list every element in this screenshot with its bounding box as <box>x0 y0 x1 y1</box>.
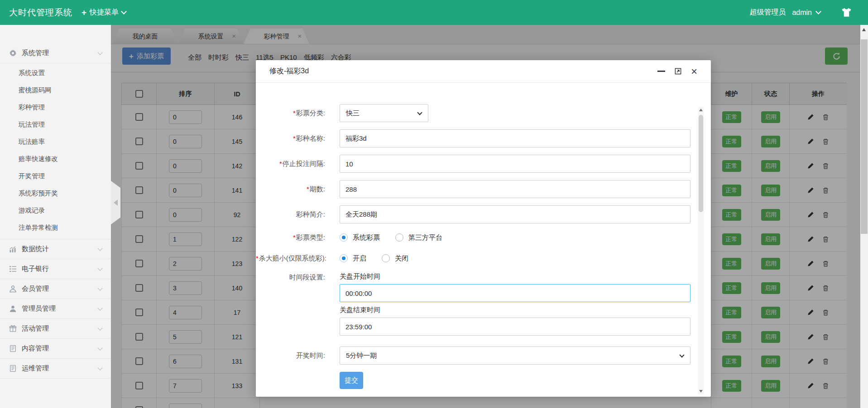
required-asterisk: * <box>293 134 296 142</box>
chart-icon <box>9 245 17 253</box>
quick-menu-button[interactable]: + 快捷菜单 <box>82 8 126 17</box>
sidebar-group-label: 活动管理 <box>22 324 49 333</box>
field-label-stop-interval: *停止投注间隔: <box>256 155 325 173</box>
chevron-down-icon <box>97 50 102 55</box>
required-asterisk: * <box>279 160 282 167</box>
required-asterisk: * <box>256 254 259 262</box>
edit-lottery-dialog: 修改-福彩3d × *彩票分类: 快三 *彩种名称: *停止投注间隔: <box>256 60 711 397</box>
draw-time-select-value: 5分钟一期 <box>346 351 377 360</box>
sidebar-group[interactable]: 运维管理 <box>0 359 111 379</box>
sidebar-group[interactable]: 活动管理 <box>0 319 111 339</box>
sidebar-group[interactable]: 系统管理 <box>0 43 111 63</box>
page-scrollbar-thumb[interactable] <box>861 39 868 234</box>
gift-icon <box>9 325 17 332</box>
sidebar-item[interactable]: 注单异常检测 <box>0 219 111 236</box>
required-asterisk: * <box>293 109 296 117</box>
sidebar-item[interactable]: 玩法赔率 <box>0 133 111 150</box>
scroll-up-icon[interactable] <box>699 109 703 111</box>
modal-scrollbar-thumb[interactable] <box>699 115 703 212</box>
field-label-intro: 彩种简介: <box>256 205 325 223</box>
chevron-down-icon <box>679 352 684 357</box>
chevron-down-icon <box>97 266 102 270</box>
doc-icon <box>9 345 17 352</box>
chevron-down-icon <box>97 325 102 330</box>
chevron-down-icon <box>97 365 102 370</box>
chevron-left-icon <box>114 199 118 206</box>
sidebar-group[interactable]: 管理员管理 <box>0 299 111 319</box>
app-title: 大时代管理系统 <box>9 7 72 19</box>
sidebar-item[interactable]: 系统彩预开奖 <box>0 185 111 202</box>
sidebar-item[interactable]: 游戏记录 <box>0 202 111 219</box>
sidebar-group-label: 内容管理 <box>22 344 49 353</box>
sidebar-group-label: 会员管理 <box>22 285 49 293</box>
submit-button[interactable]: 提交 <box>340 372 363 389</box>
stop-interval-input[interactable] <box>340 155 691 173</box>
required-asterisk: * <box>293 233 296 241</box>
sidebar-collapse-handle[interactable] <box>111 181 120 224</box>
category-select-value: 快三 <box>346 109 360 118</box>
sidebar-group[interactable]: 会员管理 <box>0 279 111 299</box>
chevron-down-icon <box>97 345 102 350</box>
field-label-time-section: 时间段设置: <box>256 272 325 339</box>
radio-label: 关闭 <box>395 254 408 263</box>
lottery-name-input[interactable] <box>340 129 691 147</box>
radio-third-party[interactable] <box>395 233 403 242</box>
chevron-down-icon <box>97 246 102 251</box>
minimize-icon[interactable] <box>657 71 665 72</box>
sidebar-item[interactable]: 开奖管理 <box>0 167 111 185</box>
field-label-name: *彩种名称: <box>256 129 325 147</box>
doc-icon <box>9 365 17 372</box>
scroll-down-icon[interactable] <box>699 390 703 393</box>
close-start-time-label: 关盘开始时间 <box>340 272 691 282</box>
close-icon[interactable]: × <box>691 67 697 76</box>
chevron-down-icon <box>417 110 422 115</box>
field-label-draw-time: 开奖时间: <box>256 346 325 365</box>
radio-label: 开启 <box>353 254 366 263</box>
sidebar-group[interactable]: 电子银行 <box>0 259 111 279</box>
radio-kill-big-on[interactable] <box>340 254 348 262</box>
sidebar-item[interactable]: 玩法管理 <box>0 116 111 133</box>
chevron-down-icon <box>121 9 127 14</box>
close-start-time-input[interactable] <box>340 284 691 302</box>
scroll-up-icon[interactable] <box>862 28 866 31</box>
dialog-body: *彩票分类: 快三 *彩种名称: *停止投注间隔: *期数: 彩种简介: <box>256 83 711 397</box>
sidebar-group-label: 管理员管理 <box>22 304 56 313</box>
modal-scrollbar[interactable] <box>698 107 704 394</box>
list-icon <box>9 265 17 273</box>
gear-icon <box>9 49 17 57</box>
radio-kill-big-off[interactable] <box>382 254 390 262</box>
chevron-down-icon <box>815 9 821 14</box>
sidebar-item[interactable]: 彩种管理 <box>0 99 111 116</box>
sidebar-group-label: 电子银行 <box>22 265 49 273</box>
sidebar-item[interactable]: 系统设置 <box>0 64 111 81</box>
plus-icon: + <box>82 8 86 17</box>
sidebar-group-label: 数据统计 <box>22 245 49 253</box>
shirt-icon[interactable] <box>841 7 852 18</box>
intro-input[interactable] <box>340 205 691 223</box>
dialog-title: 修改-福彩3d <box>269 66 309 76</box>
periods-input[interactable] <box>340 180 691 198</box>
sidebar-group-label: 系统管理 <box>22 49 49 57</box>
user-menu[interactable]: admin <box>792 9 812 17</box>
user-role: 超级管理员 <box>749 8 786 17</box>
required-asterisk: * <box>307 185 309 193</box>
sidebar-item[interactable]: 赔率快速修改 <box>0 150 111 167</box>
close-end-time-input[interactable] <box>340 318 691 336</box>
page-scrollbar[interactable] <box>860 25 868 408</box>
top-header: 大时代管理系统 + 快捷菜单 超级管理员 admin <box>0 0 868 25</box>
radio-label: 第三方平台 <box>408 233 442 242</box>
sidebar-group[interactable]: 数据统计 <box>0 239 111 259</box>
field-label-ticket-type: *彩票类型: <box>256 231 325 244</box>
category-select[interactable]: 快三 <box>340 104 428 122</box>
sidebar-group[interactable]: 内容管理 <box>0 339 111 359</box>
sidebar-item[interactable]: 蜜桃源码网 <box>0 81 111 99</box>
close-end-time-label: 关盘结束时间 <box>340 306 691 316</box>
maximize-icon[interactable] <box>675 68 681 75</box>
field-label-periods: *期数: <box>256 180 325 198</box>
field-label-kill-big: *杀大赔小(仅限系统彩): <box>256 251 325 265</box>
radio-system-lottery[interactable] <box>340 233 348 242</box>
sidebar-submenu: 系统设置蜜桃源码网彩种管理玩法管理玩法赔率赔率快速修改开奖管理系统彩预开奖游戏记… <box>0 63 111 239</box>
field-label-category: *彩票分类: <box>256 104 325 122</box>
dialog-titlebar: 修改-福彩3d × <box>256 60 711 83</box>
draw-time-select[interactable]: 5分钟一期 <box>340 346 691 365</box>
